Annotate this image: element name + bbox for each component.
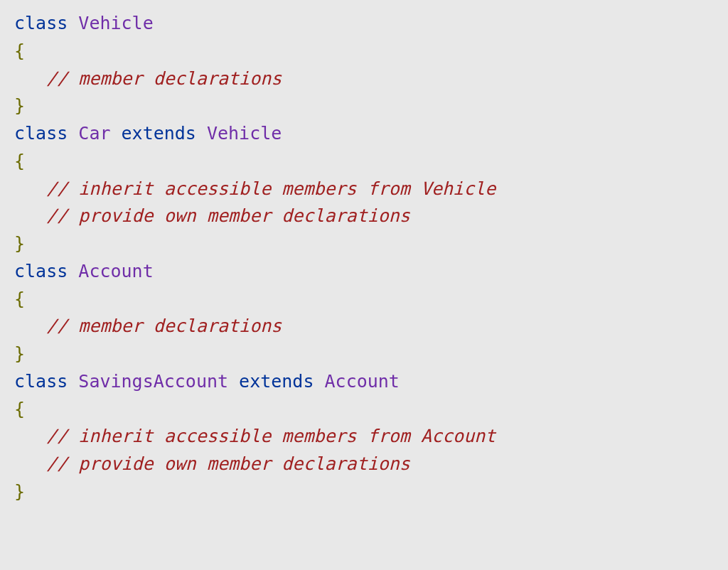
indent [14,316,46,336]
brace-close: } [14,343,25,364]
comment: // provide own member declarations [46,453,410,474]
indent [14,178,46,199]
keyword-class: class [14,13,68,33]
indent [14,426,46,446]
keyword-class: class [14,371,68,392]
code-block: class Vehicle { // member declarations }… [14,10,714,506]
comment: // member declarations [46,316,282,336]
comment: // member declarations [46,68,282,89]
keyword-extends: extends [122,123,196,144]
brace-open: { [14,289,25,309]
keyword-extends: extends [239,371,314,392]
indent [14,205,46,226]
class-name-vehicle: Vehicle [78,13,153,33]
indent [14,68,46,89]
indent [14,453,46,474]
keyword-class: class [14,123,68,144]
class-name-account: Account [325,371,400,392]
class-name-vehicle: Vehicle [207,123,282,144]
class-name-car: Car [78,123,110,144]
brace-open: { [14,399,25,419]
comment: // provide own member declarations [46,205,410,226]
class-name-account: Account [78,261,153,281]
comment: // inherit accessible members from Accou… [46,426,496,446]
brace-open: { [14,41,25,61]
brace-open: { [14,151,25,171]
class-name-savings: SavingsAccount [78,371,228,392]
keyword-class: class [14,261,68,281]
brace-close: } [14,95,25,116]
brace-close: } [14,481,25,502]
brace-close: } [14,233,25,254]
comment: // inherit accessible members from Vehic… [46,178,496,199]
